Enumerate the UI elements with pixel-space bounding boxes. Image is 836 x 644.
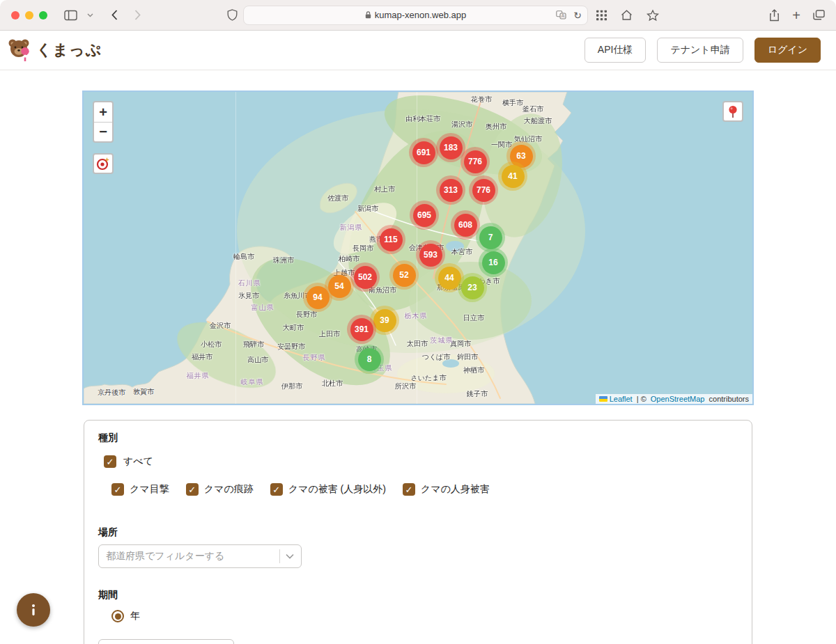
place-section-label: 場所: [98, 526, 738, 539]
attribution-separator: | ©: [635, 395, 649, 403]
period-value-field[interactable]: [98, 639, 234, 644]
period-radio-row: 年: [111, 610, 738, 622]
chevron-down-icon[interactable]: [87, 13, 93, 17]
tabs-overview-icon[interactable]: [813, 10, 825, 20]
cluster-marker[interactable]: 691: [409, 138, 438, 167]
type-checkbox[interactable]: [111, 483, 124, 496]
bookmark-star-icon[interactable]: [647, 9, 659, 21]
add-pin-button[interactable]: [722, 101, 743, 122]
period-section-label: 期間: [98, 589, 738, 602]
tenant-apply-button[interactable]: テナント申請: [657, 38, 743, 63]
type-checkbox-label: クマの被害 (人身以外): [288, 483, 386, 496]
zoom-control: + −: [93, 101, 114, 143]
info-fab-button[interactable]: [17, 593, 50, 627]
prefecture-select[interactable]: 都道府県でフィルターする: [98, 544, 302, 568]
year-radio[interactable]: [111, 610, 124, 622]
svg-text:A: A: [562, 13, 565, 18]
cluster-count: 8: [358, 348, 381, 371]
type-checkbox-label: クマ目撃: [130, 483, 169, 496]
cluster-count: 41: [502, 165, 525, 188]
cluster-count: 94: [307, 286, 330, 309]
cluster-marker[interactable]: 776: [469, 175, 498, 205]
pin-icon: [728, 105, 738, 118]
app-logo[interactable]: くまっぷ: [7, 38, 102, 63]
select-divider: [279, 549, 280, 563]
bear-logo-icon: [7, 38, 31, 63]
app-header: くまっぷ API仕様 テナント申請 ログイン: [0, 31, 836, 70]
all-types-label: すべて: [123, 455, 153, 468]
back-button[interactable]: [111, 10, 118, 20]
filter-panel: 種別 すべて クマ目撃クマの痕跡クマの被害 (人身以外)クマの人身被害 場所 都…: [84, 420, 752, 644]
cluster-count: 183: [440, 136, 463, 159]
app-title: くまっぷ: [36, 40, 102, 61]
lock-icon: [365, 11, 371, 19]
cluster-marker[interactable]: 115: [376, 225, 405, 254]
all-types-checkbox[interactable]: [104, 455, 116, 468]
cluster-count: 313: [440, 179, 463, 202]
home-icon[interactable]: [621, 10, 633, 21]
map-attribution: Leaflet | © OpenStreetMap contributors: [596, 394, 752, 404]
cluster-count: 16: [482, 251, 505, 274]
cluster-marker[interactable]: 94: [303, 283, 332, 312]
cluster-count: 695: [413, 204, 436, 227]
cluster-marker[interactable]: 502: [350, 262, 380, 292]
cluster-marker[interactable]: 52: [389, 260, 419, 290]
type-checkbox[interactable]: [270, 483, 283, 496]
zoom-in-button[interactable]: +: [94, 102, 112, 122]
address-bar[interactable]: kumap-xenon.web.app A ↻: [243, 6, 588, 25]
map[interactable]: 花巻市横手市釜石市由利本荘市湯沢市奥州市大船渡市気仙沼市一関市村上市佐渡市新潟市…: [82, 91, 754, 405]
minimize-window-button[interactable]: [25, 11, 33, 19]
type-checkbox-item: クマの人身被害: [403, 483, 490, 496]
type-checkbox-item: クマの痕跡: [186, 483, 254, 496]
cluster-marker[interactable]: 16: [479, 248, 508, 277]
privacy-shield-icon[interactable]: [227, 9, 238, 21]
zoom-out-button[interactable]: −: [94, 122, 112, 141]
share-icon[interactable]: [769, 9, 780, 22]
zoom-window-button[interactable]: [39, 11, 47, 19]
type-checkbox-item: クマの被害 (人身以外): [270, 483, 386, 496]
new-tab-icon[interactable]: +: [792, 8, 800, 22]
login-button[interactable]: ログイン: [754, 38, 821, 63]
cluster-count: 7: [479, 226, 502, 249]
type-checkbox[interactable]: [403, 483, 415, 496]
prefecture-select-placeholder: 都道府県でフィルターする: [106, 550, 274, 563]
all-types-checkbox-row: すべて: [104, 455, 738, 468]
locate-button[interactable]: [93, 153, 114, 174]
type-section-label: 種別: [98, 432, 738, 444]
reload-icon[interactable]: ↻: [573, 10, 582, 20]
cluster-marker[interactable]: 776: [460, 147, 490, 176]
target-icon: [96, 157, 110, 171]
url-text: kumap-xenon.web.app: [375, 10, 467, 20]
cluster-count: 776: [464, 150, 487, 173]
cluster-marker[interactable]: 313: [436, 175, 465, 205]
cluster-count: 23: [461, 276, 484, 299]
window-controls: [11, 11, 47, 19]
cluster-count: 39: [373, 309, 396, 332]
tab-grid-icon[interactable]: [596, 10, 607, 20]
cluster-count: 115: [380, 228, 403, 251]
type-checkbox-label: クマの人身被害: [421, 483, 490, 496]
translate-icon[interactable]: A: [556, 10, 566, 19]
attribution-suffix: contributors: [706, 395, 749, 403]
leaflet-link[interactable]: Leaflet: [610, 395, 633, 403]
select-chevron-icon: [286, 551, 294, 561]
sidebar-icon[interactable]: [64, 10, 77, 21]
type-checkbox-label: クマの痕跡: [204, 483, 254, 496]
osm-link[interactable]: OpenStreetMap: [651, 395, 705, 403]
type-checkbox-item: クマ目撃: [111, 483, 169, 496]
cluster-marker[interactable]: 41: [498, 162, 527, 191]
cluster-marker[interactable]: 695: [410, 201, 439, 230]
cluster-count: 502: [354, 266, 377, 289]
close-window-button[interactable]: [11, 11, 20, 19]
cluster-count: 608: [454, 214, 477, 237]
cluster-marker[interactable]: 391: [347, 315, 376, 344]
forward-button[interactable]: [134, 10, 141, 20]
type-checkbox-row: クマ目撃クマの痕跡クマの被害 (人身以外)クマの人身被害: [111, 483, 738, 496]
type-checkbox[interactable]: [186, 483, 199, 496]
cluster-marker[interactable]: 23: [458, 273, 487, 302]
ukraine-flag-icon: [599, 396, 607, 402]
year-radio-label: 年: [130, 610, 140, 622]
cluster-count: 391: [350, 318, 373, 341]
api-spec-button[interactable]: API仕様: [585, 38, 647, 63]
cluster-marker[interactable]: 8: [355, 345, 384, 374]
